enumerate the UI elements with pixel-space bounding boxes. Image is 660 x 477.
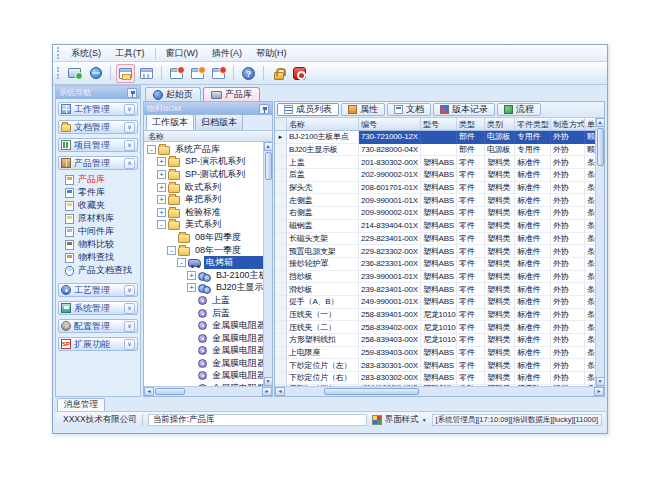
collapse-minus-icon[interactable]: - — [177, 258, 186, 267]
scroll-right-icon[interactable] — [594, 387, 604, 396]
column-header-4[interactable]: 类型 — [457, 118, 485, 130]
help-button[interactable] — [239, 64, 258, 83]
sidebar-item-intermediate-library[interactable]: 中间件库 — [65, 225, 138, 238]
table-row[interactable]: 方形塑料线扣258-839403-00X尼龙1010零件塑料类标准件外协条 — [275, 334, 595, 347]
sidebar-item-part-library[interactable]: 零件库 — [65, 186, 138, 199]
column-header-2[interactable]: 编号 — [359, 118, 421, 130]
tree-node[interactable]: +BJ-2100主板单点 — [144, 269, 263, 282]
expand-plus-icon[interactable]: + — [157, 157, 166, 166]
tree-column-header[interactable]: 名称 — [144, 131, 272, 142]
table-row[interactable]: 长磁头支架229-823401-00X塑料ABS零件塑料类标准件外协条 — [275, 233, 595, 246]
scroll-right-icon[interactable] — [262, 387, 272, 396]
tree-node[interactable]: 金属膜电阻器 — [144, 319, 263, 332]
product-window-button[interactable] — [116, 64, 135, 83]
table-row[interactable]: 探头壳208-601701-01X塑料ABS零件塑料类标准件外协条 — [275, 182, 595, 195]
column-header-8[interactable]: 单位 — [585, 118, 595, 130]
table-row[interactable]: 压线夹（一）258-839401-00X尼龙1010零件塑料类标准件外协条 — [275, 309, 595, 322]
message-management-tab[interactable]: 消息管理 — [57, 398, 105, 411]
tab-product-library[interactable]: 产品库 — [203, 87, 260, 101]
scroll-up-icon[interactable] — [596, 118, 605, 127]
tree-vertical-scrollbar[interactable] — [263, 142, 272, 386]
window-badge-button[interactable] — [188, 64, 207, 83]
column-header-6[interactable]: 零件类型 — [515, 118, 551, 130]
chevron-down-icon[interactable]: ∨ — [124, 339, 135, 350]
table-row[interactable]: 后盖202-990002-01X塑料ABS零件塑料类标准件外协条 — [275, 169, 595, 182]
table-row[interactable]: 预置电源支架229-823302-00X塑料ABS零件塑料类标准件外协条 — [275, 245, 595, 258]
pin-icon[interactable] — [127, 88, 137, 98]
expand-plus-icon[interactable]: + — [157, 170, 166, 179]
scroll-left-icon[interactable] — [144, 387, 154, 396]
tree-node[interactable]: 08年四季度 — [144, 231, 263, 244]
tree-node[interactable]: -08年一季度 — [144, 244, 263, 257]
table-row[interactable]: 下纱定位片（左）283-830301-00X塑料ABS零件塑料类标准件外协条 — [275, 359, 595, 372]
column-header-1[interactable]: 名称 — [287, 118, 359, 130]
column-header-5[interactable]: 类别 — [485, 118, 515, 130]
chevron-down-icon[interactable]: ∨ — [124, 122, 135, 133]
tab-version-history[interactable]: 版本记录 — [433, 103, 495, 116]
chevron-down-icon[interactable]: ∨ — [124, 321, 135, 332]
sidebar-group-process-management[interactable]: 工艺管理∨ — [58, 283, 138, 297]
chevron-down-icon[interactable]: ∨ — [124, 285, 135, 296]
sidebar-group-product-management[interactable]: 产品管理∧ — [58, 156, 138, 170]
tab-properties[interactable]: 属性 — [341, 103, 385, 116]
display-button[interactable] — [65, 64, 84, 83]
table-row[interactable]: 下纱定位片（右）283-830302-00X塑料ABS零件塑料类标准件外协条 — [275, 372, 595, 385]
scrollbar-thumb[interactable] — [597, 128, 604, 166]
sidebar-item-raw-material-library[interactable]: 原材料库 — [65, 212, 138, 225]
sidebar-item-material-compare[interactable]: 物料比较 — [65, 238, 138, 251]
tree-node[interactable]: 后盖 — [144, 307, 263, 320]
menu-item-help[interactable]: 帮助(H) — [249, 46, 294, 61]
sidebar-group-project-management[interactable]: 项目管理∨ — [58, 138, 138, 152]
toolbar-grip-handle[interactable] — [57, 67, 60, 79]
window-close-badge-button[interactable] — [167, 64, 186, 83]
tree-node[interactable]: +SP-演示机系列 — [144, 156, 263, 169]
tab-working-version[interactable]: 工作版本 — [146, 114, 194, 130]
table-row[interactable]: 滑纱板239-823401-00X塑料ABS零件塑料类标准件外协条 — [275, 283, 595, 296]
table-row[interactable]: BJ20主显示板730-828000-04X部件电源板专用件外协颗 — [275, 144, 595, 157]
logout-button[interactable] — [290, 64, 309, 83]
tree-node[interactable]: +欧式系列 — [144, 181, 263, 194]
expand-plus-icon[interactable]: + — [187, 283, 196, 292]
tree-node[interactable]: +单把系列 — [144, 193, 263, 206]
scrollbar-thumb[interactable] — [324, 388, 419, 395]
expand-plus-icon[interactable]: + — [157, 195, 166, 204]
sidebar-group-extension[interactable]: 扩展功能∨ — [58, 337, 138, 351]
chevron-down-icon[interactable]: ∨ — [124, 140, 135, 151]
sidebar-item-product-doc-search[interactable]: 产品文档查找 — [65, 264, 138, 277]
chevron-down-icon[interactable]: ∨ — [124, 104, 135, 115]
scroll-down-icon[interactable] — [264, 377, 273, 386]
table-row[interactable]: 磁钢盖214-839404-01X塑料ABS零件塑料类标准件外协条 — [275, 220, 595, 233]
scroll-down-icon[interactable] — [596, 377, 605, 386]
menu-grip-handle[interactable] — [57, 47, 60, 59]
window-refresh-badge-button[interactable] — [209, 64, 228, 83]
tree-node[interactable]: 金属膜电阻器 — [144, 370, 263, 383]
menu-item-tools[interactable]: 工具(T) — [108, 46, 152, 61]
expand-plus-icon[interactable]: + — [157, 208, 166, 217]
table-row[interactable]: ▸BJ-2100主板单点730-721000-12X部件电源板专用件外协颗 — [275, 131, 595, 144]
table-window-button[interactable] — [137, 64, 156, 83]
expand-plus-icon[interactable]: + — [157, 183, 166, 192]
tab-documents[interactable]: 文档 — [387, 103, 431, 116]
lock-button[interactable] — [269, 64, 288, 83]
table-row[interactable]: 接纱轮护罩236-823301-00X塑料ABS零件塑料类标准件外协条 — [275, 258, 595, 271]
collapse-minus-icon[interactable]: - — [147, 145, 156, 154]
tree-horizontal-scrollbar[interactable] — [144, 386, 272, 396]
sidebar-group-system-management[interactable]: 系统管理∨ — [58, 301, 138, 315]
sidebar-item-material-search[interactable]: 物料查找 — [65, 251, 138, 264]
sidebar-group-work-management[interactable]: 工作管理∨ — [58, 102, 138, 116]
tree-node[interactable]: +SP-测试机系列 — [144, 168, 263, 181]
table-row[interactable]: 上盖201-830302-00X塑料ABS零件塑料类标准件外协条 — [275, 156, 595, 169]
tree-node[interactable]: 金属膜电阻器 — [144, 345, 263, 358]
table-row[interactable]: 左侧盖209-990001-01X塑料ABS零件塑料类标准件外协条 — [275, 194, 595, 207]
tree-node[interactable]: 金属膜电阻器 — [144, 357, 263, 370]
tree-node[interactable]: +BJ20主显示板 — [144, 282, 263, 295]
tree-node[interactable]: 金属膜电阻器 — [144, 332, 263, 345]
table-row[interactable]: 右侧盖209-990002-01X塑料ABS零件塑料类标准件外协条 — [275, 207, 595, 220]
tab-workflow[interactable]: 流程 — [497, 103, 541, 116]
tree-node[interactable]: -系统产品库 — [144, 143, 263, 156]
expand-plus-icon[interactable]: + — [187, 271, 196, 280]
grid-horizontal-scrollbar[interactable] — [275, 386, 604, 396]
tab-member-list[interactable]: 成员列表 — [277, 103, 339, 116]
sidebar-item-product-library[interactable]: 产品库 — [65, 173, 138, 186]
scrollbar-thumb[interactable] — [155, 388, 185, 395]
